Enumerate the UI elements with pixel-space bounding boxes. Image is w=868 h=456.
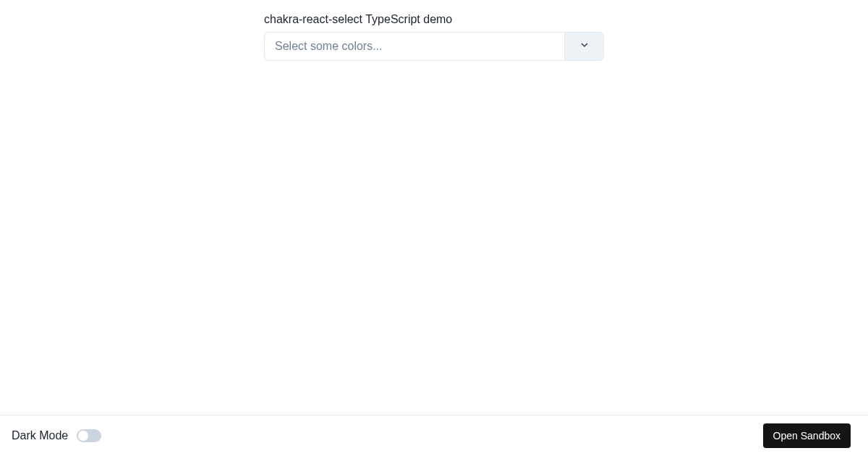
main-content: chakra-react-select TypeScript demo Sele…	[0, 0, 868, 61]
open-sandbox-button[interactable]: Open Sandbox	[763, 423, 851, 448]
footer: Dark Mode Open Sandbox	[0, 415, 868, 456]
select-label: chakra-react-select TypeScript demo	[264, 13, 604, 26]
dark-mode-label: Dark Mode	[12, 429, 68, 442]
color-multiselect[interactable]: Select some colors...	[264, 32, 604, 61]
toggle-thumb	[78, 431, 88, 441]
select-dropdown-indicator[interactable]	[564, 33, 603, 60]
select-placeholder[interactable]: Select some colors...	[265, 33, 564, 60]
form-block: chakra-react-select TypeScript demo Sele…	[264, 13, 604, 61]
chevron-down-icon	[579, 39, 590, 54]
dark-mode-control: Dark Mode	[12, 429, 101, 442]
dark-mode-toggle[interactable]	[77, 429, 101, 442]
